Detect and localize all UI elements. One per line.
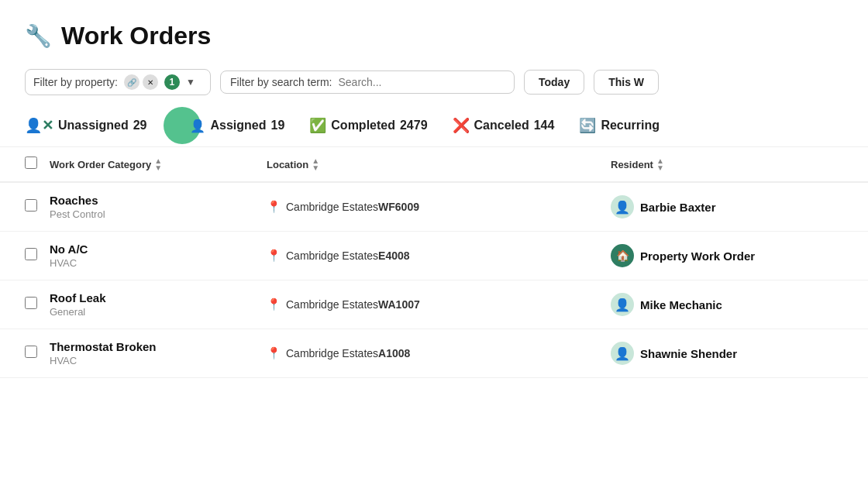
resident-name-1: Property Work Order <box>640 249 755 263</box>
resident-header-label: Resident <box>611 159 653 170</box>
row-checkbox-cell <box>25 346 50 361</box>
resident-name-2: Mike Mechanic <box>640 298 722 311</box>
location-text-3: Cambridge EstatesA1008 <box>286 347 410 359</box>
page-title: Work Orders <box>61 22 211 50</box>
assigned-icon: 👤 <box>190 119 205 133</box>
recurring-icon: 🔄 <box>579 117 596 134</box>
filter-property-label: Filter by property: <box>33 76 118 88</box>
assigned-count: 19 <box>271 119 285 132</box>
resident-avatar-2: 👤 <box>611 293 634 316</box>
chevron-down-icon: ▼ <box>186 77 195 88</box>
search-input[interactable] <box>338 76 505 88</box>
row-checkbox-cell <box>25 199 50 215</box>
row-resident-1: 🏠 Property Work Order <box>611 244 843 267</box>
filter-search-box: Filter by search term: <box>220 71 515 94</box>
row-checkbox-3[interactable] <box>25 346 37 358</box>
filter-search-label: Filter by search term: <box>230 76 332 88</box>
filter-count-badge: 1 <box>164 74 180 90</box>
unassigned-icon: 👤✕ <box>25 117 53 134</box>
row-location-2: 📍 Cambridge EstatesWA1007 <box>267 298 611 311</box>
location-pin-icon-1: 📍 <box>267 249 281 263</box>
canceled-label: Canceled <box>474 119 529 132</box>
unassigned-count: 29 <box>133 119 147 132</box>
status-canceled[interactable]: ❌ Canceled 144 <box>453 111 570 140</box>
filter-property-dropdown[interactable]: Filter by property: 🔗 ✕ 1 ▼ <box>25 69 211 95</box>
filter-icon-x: ✕ <box>143 74 158 90</box>
row-checkbox-1[interactable] <box>25 248 37 260</box>
location-pin-icon-3: 📍 <box>267 346 281 360</box>
row-checkbox-2[interactable] <box>25 297 37 309</box>
row-checkbox-0[interactable] <box>25 199 37 212</box>
resident-avatar-3: 👤 <box>611 342 634 365</box>
row-category-2: Roof Leak General <box>50 291 267 318</box>
status-assigned[interactable]: 👤 Assigned 19 <box>171 112 300 139</box>
canceled-count: 144 <box>534 119 555 132</box>
column-header-location[interactable]: Location ▲▼ <box>267 157 611 171</box>
location-pin-icon-2: 📍 <box>267 298 281 311</box>
row-location-1: 📍 Cambridge EstatesE4008 <box>267 249 611 263</box>
category-name-3: Thermostat Broken <box>50 340 267 353</box>
status-unassigned[interactable]: 👤✕ Unassigned 29 <box>25 111 162 140</box>
category-name-0: Roaches <box>50 194 267 207</box>
category-sort-icon: ▲▼ <box>154 157 162 171</box>
location-text-0: Cambridge EstatesWF6009 <box>286 201 419 213</box>
category-header-label: Work Order Category <box>50 159 151 170</box>
completed-label: Completed <box>331 119 395 132</box>
resident-avatar-1: 🏠 <box>611 244 634 267</box>
row-resident-2: 👤 Mike Mechanic <box>611 293 843 316</box>
category-sub-3: HVAC <box>50 355 267 366</box>
assigned-label: Assigned <box>210 119 266 132</box>
select-all-checkbox[interactable] <box>25 157 37 169</box>
category-name-2: Roof Leak <box>50 291 267 304</box>
location-sort-icon: ▲▼ <box>312 157 319 171</box>
table-header: Work Order Category ▲▼ Location ▲▼ Resid… <box>0 147 868 183</box>
unassigned-label: Unassigned <box>58 119 129 132</box>
category-sub-1: HVAC <box>50 257 267 269</box>
table-row[interactable]: Thermostat Broken HVAC 📍 Cambridge Estat… <box>0 329 868 378</box>
page-header: 🔧 Work Orders <box>0 0 868 63</box>
resident-name-3: Shawnie Shender <box>640 347 737 360</box>
row-category-3: Thermostat Broken HVAC <box>50 340 267 366</box>
table-row[interactable]: Roaches Pest Control 📍 Cambridge Estates… <box>0 183 868 232</box>
row-category-0: Roaches Pest Control <box>50 194 267 220</box>
filter-icon-link: 🔗 <box>124 74 140 90</box>
location-header-label: Location <box>267 159 308 170</box>
resident-sort-icon: ▲▼ <box>656 157 664 171</box>
table-body: Roaches Pest Control 📍 Cambridge Estates… <box>0 183 868 378</box>
row-category-1: No A/C HVAC <box>50 242 267 269</box>
table-row[interactable]: Roof Leak General 📍 Cambridge EstatesWA1… <box>0 280 868 329</box>
toolbar: Filter by property: 🔗 ✕ 1 ▼ Filter by se… <box>0 63 868 108</box>
row-location-3: 📍 Cambridge EstatesA1008 <box>267 346 611 360</box>
location-pin-icon-0: 📍 <box>267 200 281 214</box>
recurring-label: Recurring <box>601 119 660 132</box>
column-header-resident[interactable]: Resident ▲▼ <box>611 157 843 171</box>
row-checkbox-cell <box>25 248 50 263</box>
row-location-0: 📍 Cambridge EstatesWF6009 <box>267 200 611 214</box>
header-checkbox-cell <box>25 157 50 172</box>
table-row[interactable]: No A/C HVAC 📍 Cambridge EstatesE4008 🏠 P… <box>0 232 868 280</box>
today-button[interactable]: Today <box>524 70 584 95</box>
location-text-2: Cambridge EstatesWA1007 <box>286 298 420 311</box>
status-recurring[interactable]: 🔄 Recurring <box>579 111 675 140</box>
location-text-1: Cambridge EstatesE4008 <box>286 249 410 262</box>
status-bar: 👤✕ Unassigned 29 👤 Assigned 19 ✅ Complet… <box>0 108 868 147</box>
completed-count: 2479 <box>400 119 428 132</box>
this-week-button[interactable]: This W <box>594 70 659 95</box>
status-completed[interactable]: ✅ Completed 2479 <box>309 111 443 140</box>
work-orders-icon: 🔧 <box>25 23 52 49</box>
row-resident-0: 👤 Barbie Baxter <box>611 195 843 218</box>
filter-icons: 🔗 ✕ <box>124 74 158 90</box>
row-checkbox-cell <box>25 297 50 312</box>
completed-icon: ✅ <box>309 117 326 134</box>
category-sub-2: General <box>50 306 267 318</box>
resident-name-0: Barbie Baxter <box>640 201 716 214</box>
column-header-category[interactable]: Work Order Category ▲▼ <box>50 157 267 171</box>
category-sub-0: Pest Control <box>50 208 267 220</box>
row-resident-3: 👤 Shawnie Shender <box>611 342 843 365</box>
category-name-1: No A/C <box>50 242 267 256</box>
resident-avatar-0: 👤 <box>611 195 634 218</box>
canceled-icon: ❌ <box>453 117 470 134</box>
